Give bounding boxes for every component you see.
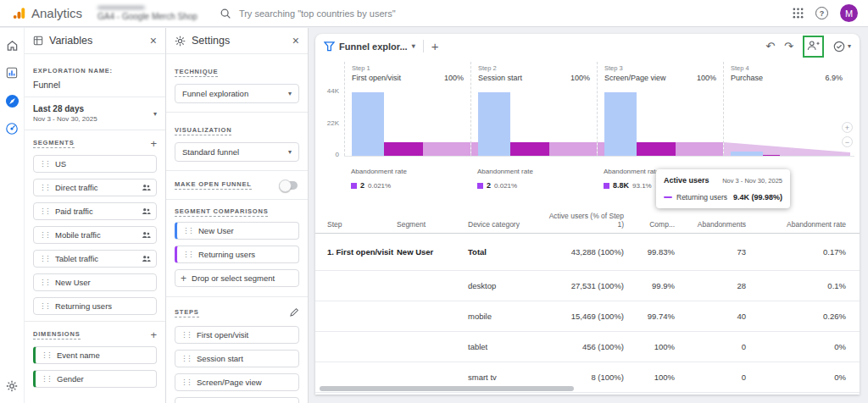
step-chip-screen-page-view[interactable]: ⋮⋮ Screen/Page view [175, 373, 299, 391]
cell-completion-rate: 99.83% [624, 247, 675, 257]
open-funnel-toggle[interactable] [281, 181, 298, 190]
export-menu-button[interactable]: ▾ [833, 41, 851, 52]
visualization-select[interactable]: Standard funnel ▾ [175, 142, 299, 162]
step-completion-pct: 6.9% [825, 74, 843, 82]
cell-device: desktop [468, 281, 542, 290]
chart-zoom-controls: + − [842, 122, 853, 147]
close-settings-icon[interactable]: × [292, 35, 299, 47]
funnel-step-column-1: Step 1 First open/visit100% [344, 62, 470, 156]
zoom-out-button[interactable]: − [842, 136, 853, 147]
analytics-home-link[interactable]: Analytics [12, 6, 82, 20]
search-icon [220, 8, 231, 19]
admin-gear-icon[interactable] [3, 378, 20, 395]
drag-handle-icon: ⋮⋮ [181, 378, 191, 386]
segment-chip-us[interactable]: ⋮⋮ US [33, 155, 157, 173]
nav-home-icon[interactable] [3, 36, 20, 53]
technique-select[interactable]: Funnel exploration ▾ [175, 84, 299, 103]
add-tab-button[interactable]: + [431, 40, 439, 52]
funnel-step-header: Step 4 Purchase6.9% [724, 62, 849, 82]
segment-chip-returning-users[interactable]: ⋮⋮ Returning users [33, 297, 157, 315]
segments-section-header: SEGMENTS + [25, 130, 165, 155]
step-name: Screen/Page view [604, 74, 666, 82]
abandonment-block-step-1: Abandonment rate 2 0.021% [351, 168, 407, 190]
segment-label: Direct traffic [55, 183, 98, 192]
toolbar-divider [423, 40, 424, 52]
plus-icon: + [181, 273, 186, 284]
global-search-bar[interactable]: Try searching "top countries by users" [220, 3, 584, 25]
segment-chip-paid-traffic[interactable]: ⋮⋮ Paid traffic [33, 202, 157, 220]
add-dimension-button[interactable]: + [150, 329, 157, 340]
y-axis-tick: 0 [315, 151, 339, 158]
technique-label: TECHNIQUE [175, 68, 218, 77]
horizontal-scrollbar[interactable] [320, 386, 574, 391]
steps-section: STEPS ⋮⋮ First open/visit ⋮⋮ Session sta… [166, 297, 308, 403]
abandonment-value: 8.8K [613, 181, 629, 190]
comparison-chip-returning-users[interactable]: ⋮⋮ Returning users [175, 246, 299, 263]
segment-label: New User [55, 278, 91, 287]
funnel-bar-new-user[interactable] [731, 152, 763, 156]
user-avatar[interactable]: M [840, 4, 858, 22]
dimension-chip-event-name[interactable]: ⋮⋮ Event name [33, 346, 157, 364]
account-property-selector[interactable]: GA4 - Google Merch Shop [97, 6, 198, 21]
funnel-bar-returning-users[interactable] [763, 155, 780, 157]
zoom-in-button[interactable]: + [842, 122, 853, 133]
edit-steps-pencil-icon[interactable] [290, 305, 299, 320]
drag-handle-icon: ⋮⋮ [181, 355, 191, 362]
step-chip-purchase[interactable]: ⋮⋮ Purchase [175, 397, 299, 403]
cell-active-users: 456 (100%) [542, 342, 624, 351]
cell-active-users: 15,469 (100%) [542, 312, 624, 321]
step-chip-session-start[interactable]: ⋮⋮ Session start [175, 350, 299, 367]
cell-abandonments: 40 [675, 312, 746, 321]
dimension-chip-gender[interactable]: ⋮⋮ Gender [33, 370, 157, 388]
abandonment-rate-label: Abandonment rate [351, 168, 407, 175]
search-placeholder: Try searching "top countries by users" [239, 8, 396, 19]
nav-reports-icon[interactable] [3, 64, 20, 81]
funnel-bar-new-user[interactable] [352, 92, 384, 156]
abandonment-value: 2 [360, 181, 364, 190]
segment-chip-new-user[interactable]: ⋮⋮ New User [33, 273, 157, 291]
tab-funnel-exploration[interactable]: Funnel explor... ▾ [324, 41, 415, 52]
step-label: Session start [197, 354, 243, 363]
undo-button[interactable]: ↶ [765, 41, 775, 52]
date-range-selector[interactable]: Last 28 days Nov 3 - Nov 30, 2025 ▾ [25, 97, 165, 130]
cell-device: Total [468, 247, 542, 257]
funnel-bar-returning-users[interactable] [510, 142, 549, 156]
y-axis-tick: 44K [315, 87, 339, 95]
nav-advertising-icon[interactable] [3, 120, 20, 137]
redo-button[interactable]: ↷ [784, 41, 793, 52]
exploration-name-section: EXPLORATION NAME: Funnel [25, 54, 165, 97]
table-row: desktop 27,531 (100%) 99.9% 28 0.1% [315, 271, 860, 301]
comparison-chip-new-user[interactable]: ⋮⋮ New User [175, 222, 299, 240]
funnel-bar-new-user[interactable] [604, 92, 637, 156]
drag-handle-icon: ⋮⋮ [39, 160, 49, 168]
help-icon[interactable]: ? [815, 7, 828, 19]
dimensions-section-header: DIMENSIONS + [25, 321, 165, 346]
settings-title: Settings [192, 35, 230, 47]
open-funnel-section: MAKE OPEN FUNNEL [166, 171, 308, 200]
drop-segment-target[interactable]: + Drop or select segment [175, 269, 299, 287]
canvas-tools: ↶ ↷ ▾ [765, 36, 851, 58]
segment-label: Paid traffic [55, 207, 93, 216]
cell-active-users: 27,531 (100%) [542, 281, 624, 290]
cell-abandonment-rate: 0.17% [746, 247, 846, 257]
cell-abandonment-rate: 0% [746, 342, 846, 351]
step-name: Session start [478, 74, 522, 82]
apps-grid-icon[interactable] [793, 8, 804, 19]
nav-explore-icon-active[interactable] [3, 92, 20, 109]
close-variables-icon[interactable]: × [150, 35, 157, 47]
table-header-row: Step Segment Device category Active user… [315, 207, 860, 234]
step-label: Screen/Page view [197, 378, 262, 387]
funnel-icon [324, 41, 335, 52]
exploration-name-value[interactable]: Funnel [33, 80, 157, 90]
step-chip-first-open-visit[interactable]: ⋮⋮ First open/visit [175, 326, 299, 344]
funnel-bar-returning-users[interactable] [637, 142, 676, 156]
segment-chip-direct-traffic[interactable]: ⋮⋮ Direct traffic [33, 179, 157, 196]
funnel-bar-new-user[interactable] [478, 92, 510, 156]
add-segment-button[interactable]: + [150, 138, 157, 149]
col-header-device-category: Device category [468, 220, 542, 229]
funnel-bar-returning-users[interactable] [384, 142, 423, 156]
segment-chip-tablet-traffic[interactable]: ⋮⋮ Tablet traffic [33, 250, 157, 268]
share-exploration-button[interactable] [807, 39, 820, 54]
segment-chip-mobile-traffic[interactable]: ⋮⋮ Mobile traffic [33, 226, 157, 244]
dimensions-label: DIMENSIONS [33, 330, 81, 340]
